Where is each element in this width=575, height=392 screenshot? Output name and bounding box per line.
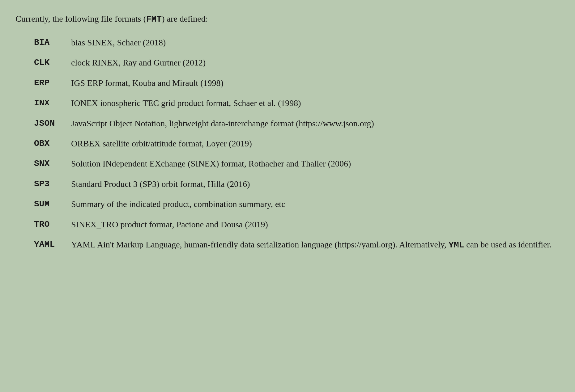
format-key-sp3: SP3 <box>34 177 71 191</box>
list-item: SUM Summary of the indicated product, co… <box>34 197 560 211</box>
list-item: BIA bias SINEX, Schaer (2018) <box>34 36 560 49</box>
list-item: YAML YAML Ain't Markup Language, human-f… <box>34 238 560 252</box>
format-desc-bia: bias SINEX, Schaer (2018) <box>71 36 560 49</box>
intro-paragraph: Currently, the following file formats (F… <box>15 12 560 26</box>
list-item: SNX Solution INdependent EXchange (SINEX… <box>34 157 560 170</box>
format-desc-inx: IONEX ionospheric TEC grid product forma… <box>71 96 560 110</box>
format-desc-json: JavaScript Object Notation, lightweight … <box>71 117 560 130</box>
format-key-json: JSON <box>34 117 71 130</box>
format-key-yaml: YAML <box>34 238 71 251</box>
format-desc-yaml: YAML Ain't Markup Language, human-friend… <box>71 238 560 252</box>
list-item: TRO SINEX_TRO product format, Pacione an… <box>34 218 560 231</box>
format-desc-sum: Summary of the indicated product, combin… <box>71 197 560 211</box>
format-desc-snx: Solution INdependent EXchange (SINEX) fo… <box>71 157 560 170</box>
list-item: INX IONEX ionospheric TEC grid product f… <box>34 96 560 110</box>
format-desc-tro: SINEX_TRO product format, Pacione and Do… <box>71 218 560 231</box>
yml-bold: YML <box>449 240 464 250</box>
list-item: JSON JavaScript Object Notation, lightwe… <box>34 117 560 130</box>
format-desc-clk: clock RINEX, Ray and Gurtner (2012) <box>71 56 560 69</box>
format-key-erp: ERP <box>34 76 71 90</box>
format-key-sum: SUM <box>34 197 71 211</box>
format-key-obx: OBX <box>34 137 71 150</box>
format-list: BIA bias SINEX, Schaer (2018) CLK clock … <box>15 36 560 252</box>
format-desc-sp3: Standard Product 3 (SP3) orbit format, H… <box>71 177 560 191</box>
list-item: OBX ORBEX satellite orbit/attitude forma… <box>34 137 560 150</box>
list-item: CLK clock RINEX, Ray and Gurtner (2012) <box>34 56 560 69</box>
list-item: SP3 Standard Product 3 (SP3) orbit forma… <box>34 177 560 191</box>
fmt-label: FMT <box>146 15 162 24</box>
format-key-bia: BIA <box>34 36 71 49</box>
list-item: ERP IGS ERP format, Kouba and Mirault (1… <box>34 76 560 90</box>
format-desc-obx: ORBEX satellite orbit/attitude format, L… <box>71 137 560 150</box>
format-key-tro: TRO <box>34 218 71 231</box>
format-key-inx: INX <box>34 96 71 110</box>
format-desc-erp: IGS ERP format, Kouba and Mirault (1998) <box>71 76 560 90</box>
format-key-clk: CLK <box>34 56 71 69</box>
format-key-snx: SNX <box>34 157 71 170</box>
